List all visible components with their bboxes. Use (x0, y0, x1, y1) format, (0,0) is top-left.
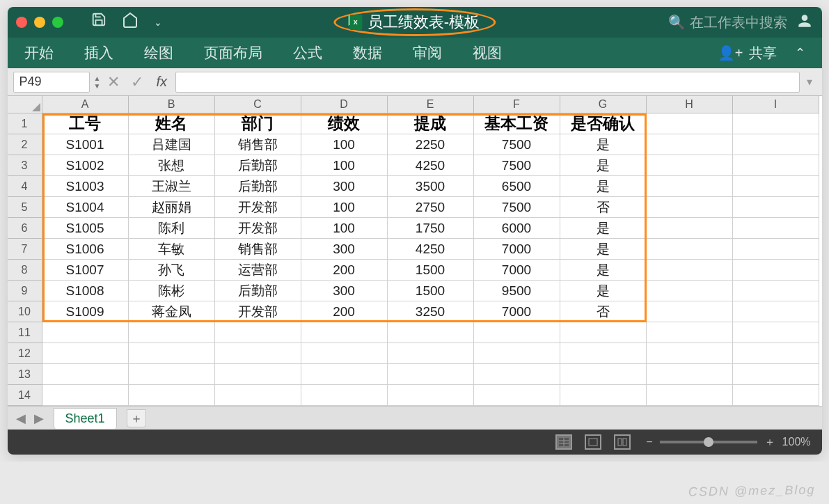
zoom-out-button[interactable]: − (646, 436, 652, 448)
cell[interactable]: 6000 (474, 218, 560, 239)
cell[interactable]: 100 (301, 197, 388, 218)
cell[interactable] (647, 155, 733, 176)
cell[interactable]: S1007 (42, 260, 129, 281)
account-icon[interactable] (796, 12, 814, 33)
ribbon-tab-7[interactable]: 视图 (473, 43, 502, 63)
cell[interactable] (560, 385, 647, 406)
sheet-prev-icon[interactable]: ◀ (16, 411, 26, 426)
cell[interactable] (733, 364, 819, 385)
zoom-in-button[interactable]: ＋ (764, 435, 775, 450)
cell[interactable]: 是 (560, 155, 647, 176)
zoom-slider[interactable] (660, 441, 757, 443)
cell[interactable] (474, 385, 560, 406)
row-header-5[interactable]: 5 (8, 197, 42, 218)
cell[interactable] (733, 155, 819, 176)
cell[interactable] (647, 134, 733, 155)
sheet-next-icon[interactable]: ▶ (34, 411, 44, 426)
cell[interactable]: 6500 (474, 176, 560, 197)
search-box[interactable]: 🔍 在工作表中搜索 (668, 13, 787, 32)
cell[interactable]: 7000 (474, 239, 560, 260)
cell[interactable] (560, 322, 647, 343)
cell[interactable] (733, 343, 819, 364)
row-header-13[interactable]: 13 (8, 364, 42, 385)
cell[interactable]: 200 (301, 260, 388, 281)
ribbon-tab-4[interactable]: 公式 (293, 43, 322, 63)
cell[interactable]: 蒋金凤 (129, 301, 215, 322)
ribbon-tab-6[interactable]: 审阅 (413, 43, 442, 63)
row-header-1[interactable]: 1 (8, 113, 42, 134)
cell[interactable] (129, 343, 215, 364)
cell[interactable] (301, 343, 388, 364)
cell[interactable]: S1003 (42, 176, 129, 197)
cell[interactable]: 300 (301, 239, 388, 260)
cell[interactable]: 运营部 (215, 260, 301, 281)
cell[interactable] (129, 364, 215, 385)
cell[interactable]: 姓名 (129, 113, 215, 134)
cell[interactable] (474, 343, 560, 364)
cell[interactable]: 1500 (388, 281, 474, 301)
ribbon-tab-0[interactable]: 开始 (24, 43, 54, 63)
cell[interactable] (388, 322, 474, 343)
column-header-H[interactable]: H (647, 96, 733, 113)
cell[interactable] (42, 322, 129, 343)
cell[interactable] (733, 239, 819, 260)
cell[interactable] (647, 281, 733, 301)
cell[interactable] (733, 197, 819, 218)
cell[interactable] (215, 364, 301, 385)
row-header-10[interactable]: 10 (8, 301, 42, 322)
column-header-I[interactable]: I (733, 96, 819, 113)
sheet-tab[interactable]: Sheet1 (54, 408, 117, 429)
minimize-button[interactable] (34, 17, 45, 28)
cell[interactable]: 7000 (474, 301, 560, 322)
maximize-button[interactable] (52, 17, 63, 28)
cell[interactable] (301, 322, 388, 343)
column-header-C[interactable]: C (215, 96, 301, 113)
cell[interactable]: 4250 (388, 239, 474, 260)
cell[interactable] (733, 301, 819, 322)
cell[interactable]: 100 (301, 155, 388, 176)
cell[interactable]: 后勤部 (215, 281, 301, 301)
cell[interactable]: 孙飞 (129, 260, 215, 281)
cell[interactable] (301, 385, 388, 406)
cell[interactable]: 张想 (129, 155, 215, 176)
cell[interactable]: 7500 (474, 155, 560, 176)
cell[interactable] (560, 343, 647, 364)
cell[interactable]: 绩效 (301, 113, 388, 134)
cell[interactable]: 是否确认 (560, 113, 647, 134)
cell[interactable]: 7500 (474, 197, 560, 218)
cell[interactable]: 1500 (388, 260, 474, 281)
select-all-corner[interactable] (8, 96, 42, 113)
name-box[interactable]: P49 (13, 72, 90, 93)
cell[interactable] (215, 343, 301, 364)
cell[interactable] (733, 134, 819, 155)
cell[interactable] (647, 343, 733, 364)
cell[interactable]: 后勤部 (215, 155, 301, 176)
cell[interactable] (474, 322, 560, 343)
cell[interactable]: S1006 (42, 239, 129, 260)
formula-bar-expand-icon[interactable]: ▾ (803, 75, 816, 88)
cell[interactable] (647, 301, 733, 322)
cell[interactable] (647, 385, 733, 406)
cell[interactable]: S1005 (42, 218, 129, 239)
row-header-6[interactable]: 6 (8, 218, 42, 239)
cell[interactable]: 陈利 (129, 218, 215, 239)
cell[interactable]: 2750 (388, 197, 474, 218)
cell[interactable] (215, 322, 301, 343)
cell[interactable] (733, 218, 819, 239)
ribbon-tab-5[interactable]: 数据 (353, 43, 382, 63)
cell[interactable]: 是 (560, 134, 647, 155)
cell[interactable] (733, 113, 819, 134)
spreadsheet-grid[interactable]: ABCDEFGHI 1234567891011121314 工号姓名部门绩效提成… (8, 96, 822, 406)
cell[interactable] (42, 343, 129, 364)
cell[interactable]: 开发部 (215, 301, 301, 322)
cell[interactable] (647, 364, 733, 385)
cell[interactable]: 1750 (388, 218, 474, 239)
function-icon[interactable]: fx (156, 74, 167, 90)
cell[interactable]: S1008 (42, 281, 129, 301)
cell[interactable]: 是 (560, 260, 647, 281)
cell[interactable]: 7000 (474, 260, 560, 281)
cell[interactable] (129, 322, 215, 343)
cell[interactable] (388, 343, 474, 364)
page-layout-view-icon[interactable] (585, 434, 601, 450)
customize-toolbar-icon[interactable]: ⌄ (154, 17, 162, 28)
